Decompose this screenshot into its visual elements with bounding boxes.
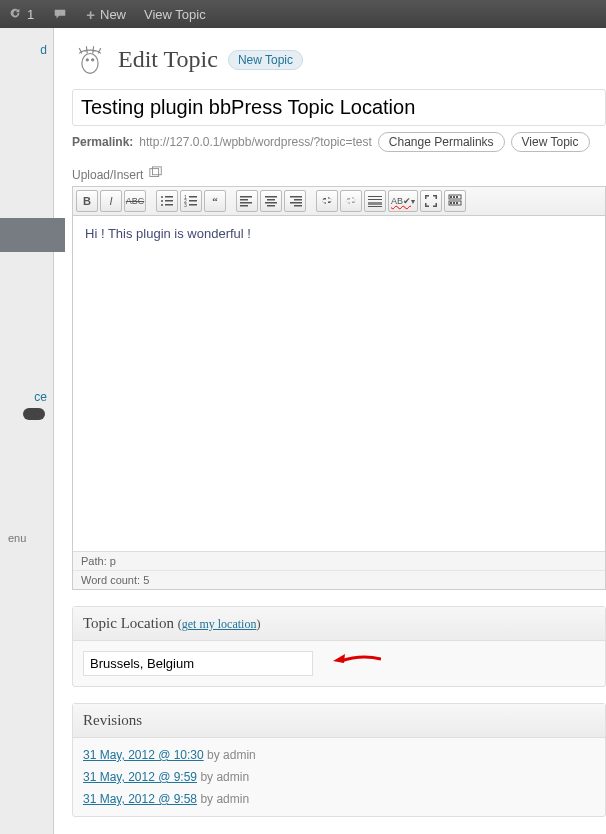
- refresh-icon: [8, 6, 22, 23]
- numbered-list-button[interactable]: 123: [180, 190, 202, 212]
- revision-row: 31 May, 2012 @ 9:59 by admin: [83, 766, 595, 788]
- spellcheck-button[interactable]: AB✔▾: [388, 190, 418, 212]
- revision-link[interactable]: 31 May, 2012 @ 10:30: [83, 748, 204, 762]
- svg-rect-8: [165, 200, 173, 202]
- svg-rect-18: [240, 199, 248, 201]
- plus-icon: +: [86, 6, 95, 23]
- admin-menu: d ce enu: [0, 28, 54, 834]
- separator: [228, 190, 234, 212]
- page-heading: Edit Topic New Topic: [72, 40, 606, 79]
- annotation-arrow-icon: [331, 649, 381, 676]
- media-icon: [149, 166, 163, 183]
- menu-fragment[interactable]: ce: [34, 390, 47, 404]
- svg-rect-29: [368, 196, 382, 197]
- admin-bar: 1 + New View Topic: [0, 0, 606, 28]
- title-input[interactable]: [72, 89, 606, 126]
- svg-rect-35: [453, 196, 455, 198]
- metabox-title: Topic Location (get my location): [73, 607, 605, 641]
- insert-more-button[interactable]: [364, 190, 386, 212]
- view-topic-item[interactable]: View Topic: [144, 7, 206, 22]
- svg-rect-21: [265, 196, 277, 198]
- bullet-list-button[interactable]: [156, 190, 178, 212]
- fullscreen-button[interactable]: [420, 190, 442, 212]
- kitchen-sink-button[interactable]: [444, 190, 466, 212]
- menu-fragment[interactable]: d: [40, 43, 47, 57]
- editor-path: Path: p: [73, 551, 605, 570]
- align-center-button[interactable]: [260, 190, 282, 212]
- svg-rect-25: [290, 196, 302, 198]
- svg-rect-20: [240, 205, 248, 207]
- svg-point-7: [161, 200, 163, 202]
- editor-body[interactable]: Hi ! This plugin is wonderful !: [73, 216, 605, 551]
- svg-rect-40: [456, 202, 458, 204]
- svg-rect-16: [189, 204, 197, 206]
- svg-rect-22: [267, 199, 275, 201]
- svg-point-5: [161, 196, 163, 198]
- comments-item[interactable]: [52, 7, 68, 21]
- svg-rect-36: [456, 196, 458, 198]
- refresh-count: 1: [27, 7, 34, 22]
- svg-rect-34: [450, 196, 452, 198]
- svg-rect-3: [150, 169, 159, 177]
- svg-rect-14: [189, 200, 197, 202]
- svg-rect-39: [453, 202, 455, 204]
- revision-link[interactable]: 31 May, 2012 @ 9:59: [83, 770, 197, 784]
- svg-point-1: [86, 59, 88, 61]
- revision-row: 31 May, 2012 @ 10:30 by admin: [83, 744, 595, 766]
- svg-rect-28: [294, 205, 302, 207]
- svg-rect-30: [368, 199, 382, 200]
- editor-toolbar: B I ABC 123 “ AB✔▾: [73, 187, 605, 216]
- change-permalinks-button[interactable]: Change Permalinks: [378, 132, 505, 152]
- speech-bubble-icon: [52, 7, 68, 21]
- svg-text:3: 3: [184, 202, 187, 208]
- content-editor: B I ABC 123 “ AB✔▾ Hi ! This plugin is: [72, 186, 606, 590]
- revision-row: 31 May, 2012 @ 9:58 by admin: [83, 788, 595, 810]
- permalink-url: http://127.0.0.1/wpbb/wordpress/?topic=t…: [139, 135, 371, 149]
- blockquote-button[interactable]: “: [204, 190, 226, 212]
- svg-rect-38: [450, 202, 452, 204]
- view-topic-label: View Topic: [144, 7, 206, 22]
- new-label: New: [100, 7, 126, 22]
- italic-button[interactable]: I: [100, 190, 122, 212]
- metabox-title: Revisions: [73, 704, 605, 738]
- separator: [148, 190, 154, 212]
- align-right-button[interactable]: [284, 190, 306, 212]
- upload-insert[interactable]: Upload/Insert: [72, 166, 606, 183]
- location-input[interactable]: [83, 651, 313, 676]
- svg-point-0: [82, 54, 98, 74]
- link-button[interactable]: [316, 190, 338, 212]
- svg-rect-19: [240, 202, 252, 204]
- new-topic-button[interactable]: New Topic: [228, 50, 303, 70]
- svg-rect-27: [290, 202, 302, 204]
- svg-rect-6: [165, 196, 173, 198]
- svg-rect-24: [267, 205, 275, 207]
- permalink-label: Permalink:: [72, 135, 133, 149]
- svg-rect-32: [368, 206, 382, 207]
- align-left-button[interactable]: [236, 190, 258, 212]
- bold-button[interactable]: B: [76, 190, 98, 212]
- svg-rect-10: [165, 204, 173, 206]
- svg-point-9: [161, 204, 163, 206]
- collapse-menu[interactable]: enu: [8, 532, 26, 544]
- page-title: Edit Topic: [118, 46, 218, 73]
- get-location-link[interactable]: get my location: [182, 617, 257, 631]
- svg-rect-26: [294, 199, 302, 201]
- svg-rect-4: [153, 167, 162, 175]
- view-topic-button[interactable]: View Topic: [511, 132, 590, 152]
- svg-rect-17: [240, 196, 252, 198]
- upload-label: Upload/Insert: [72, 168, 143, 182]
- refresh-item[interactable]: 1: [8, 6, 34, 23]
- topic-location-box: Topic Location (get my location): [72, 606, 606, 687]
- bbpress-logo-icon: [72, 40, 108, 79]
- editor-wordcount: Word count: 5: [73, 570, 605, 589]
- main-content: Edit Topic New Topic Permalink: http://1…: [54, 28, 606, 834]
- revision-link[interactable]: 31 May, 2012 @ 9:58: [83, 792, 197, 806]
- svg-point-2: [92, 59, 94, 61]
- svg-rect-23: [265, 202, 277, 204]
- strike-button[interactable]: ABC: [124, 190, 146, 212]
- separator: [308, 190, 314, 212]
- active-menu-item[interactable]: [0, 218, 65, 252]
- revisions-box: Revisions 31 May, 2012 @ 10:30 by admin …: [72, 703, 606, 817]
- new-item[interactable]: + New: [86, 6, 126, 23]
- unlink-button[interactable]: [340, 190, 362, 212]
